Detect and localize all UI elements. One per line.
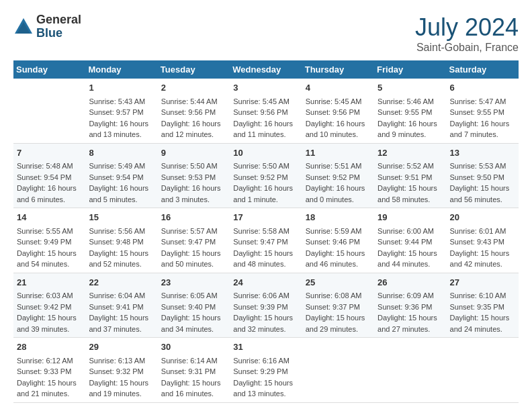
calendar-cell: 8Sunrise: 5:49 AMSunset: 9:54 PMDaylight… [85,143,157,208]
calendar-week-row: 1Sunrise: 5:43 AMSunset: 9:57 PMDaylight… [13,79,519,143]
calendar-cell: 16Sunrise: 5:57 AMSunset: 9:47 PMDayligh… [158,208,230,273]
cell-content: Sunrise: 5:49 AMSunset: 9:54 PMDaylight:… [89,161,154,205]
calendar-cell: 14Sunrise: 5:55 AMSunset: 9:49 PMDayligh… [13,208,85,273]
calendar-cell: 24Sunrise: 6:06 AMSunset: 9:39 PMDayligh… [230,273,302,338]
calendar-cell: 11Sunrise: 5:51 AMSunset: 9:52 PMDayligh… [302,143,374,208]
header-row: Sunday Monday Tuesday Wednesday Thursday… [13,60,519,79]
calendar-cell: 17Sunrise: 5:58 AMSunset: 9:47 PMDayligh… [230,208,302,273]
day-number: 2 [161,81,226,95]
calendar-cell: 22Sunrise: 6:04 AMSunset: 9:41 PMDayligh… [85,273,157,338]
cell-content: Sunrise: 5:52 AMSunset: 9:51 PMDaylight:… [378,161,443,205]
day-number: 26 [378,276,443,289]
col-friday: Friday [374,60,446,79]
cell-content: Sunrise: 6:14 AMSunset: 9:31 PMDaylight:… [161,355,226,400]
cell-content: Sunrise: 5:44 AMSunset: 9:56 PMDaylight:… [161,96,226,140]
day-number: 25 [306,276,371,289]
logo-text: General Blue [36,13,81,40]
calendar-cell [302,338,374,403]
calendar-cell: 6Sunrise: 5:47 AMSunset: 9:55 PMDaylight… [447,79,519,143]
cell-content: Sunrise: 6:13 AMSunset: 9:32 PMDaylight:… [89,355,154,400]
calendar-cell: 25Sunrise: 6:08 AMSunset: 9:37 PMDayligh… [302,273,374,338]
cell-content: Sunrise: 6:03 AMSunset: 9:42 PMDaylight:… [17,290,82,334]
col-thursday: Thursday [302,60,374,79]
calendar-week-row: 7Sunrise: 5:48 AMSunset: 9:54 PMDaylight… [13,143,519,208]
day-number: 30 [161,340,226,354]
day-number: 29 [89,340,154,354]
calendar-cell: 10Sunrise: 5:50 AMSunset: 9:52 PMDayligh… [230,143,302,208]
cell-content: Sunrise: 5:46 AMSunset: 9:55 PMDaylight:… [378,96,443,140]
day-number: 6 [450,81,515,95]
logo-blue-label: Blue [36,27,81,40]
cell-content: Sunrise: 5:53 AMSunset: 9:50 PMDaylight:… [450,161,515,205]
day-number: 4 [306,81,371,95]
day-number: 23 [161,276,226,289]
day-number: 17 [233,211,298,224]
day-number: 19 [378,211,443,224]
cell-content: Sunrise: 5:51 AMSunset: 9:52 PMDaylight:… [306,161,371,205]
day-number: 21 [17,276,82,289]
calendar-cell [447,338,519,403]
cell-content: Sunrise: 5:56 AMSunset: 9:48 PMDaylight:… [89,226,154,270]
cell-content: Sunrise: 5:57 AMSunset: 9:47 PMDaylight:… [161,226,226,270]
calendar-cell: 19Sunrise: 6:00 AMSunset: 9:44 PMDayligh… [374,208,446,273]
day-number: 5 [378,81,443,95]
day-number: 12 [378,146,443,160]
calendar-cell: 3Sunrise: 5:45 AMSunset: 9:56 PMDaylight… [230,79,302,143]
cell-content: Sunrise: 6:12 AMSunset: 9:33 PMDaylight:… [17,355,82,400]
col-tuesday: Tuesday [158,60,230,79]
calendar-header: Sunday Monday Tuesday Wednesday Thursday… [13,60,519,79]
day-number: 9 [161,146,226,160]
calendar-cell: 29Sunrise: 6:13 AMSunset: 9:32 PMDayligh… [85,338,157,403]
calendar-cell: 7Sunrise: 5:48 AMSunset: 9:54 PMDaylight… [13,143,85,208]
cell-content: Sunrise: 5:47 AMSunset: 9:55 PMDaylight:… [450,96,515,140]
cell-content: Sunrise: 6:05 AMSunset: 9:40 PMDaylight:… [161,290,226,334]
calendar-table: Sunday Monday Tuesday Wednesday Thursday… [13,60,519,403]
cell-content: Sunrise: 6:16 AMSunset: 9:29 PMDaylight:… [233,355,298,400]
col-sunday: Sunday [13,60,85,79]
cell-content: Sunrise: 5:50 AMSunset: 9:53 PMDaylight:… [161,161,226,205]
cell-content: Sunrise: 5:55 AMSunset: 9:49 PMDaylight:… [17,226,82,270]
col-monday: Monday [85,60,157,79]
title-block: July 2024 Saint-Gobain, France [415,13,519,54]
calendar-cell: 20Sunrise: 6:01 AMSunset: 9:43 PMDayligh… [447,208,519,273]
day-number: 24 [233,276,298,289]
day-number: 28 [17,340,82,354]
calendar-cell: 9Sunrise: 5:50 AMSunset: 9:53 PMDaylight… [158,143,230,208]
calendar-cell: 4Sunrise: 5:45 AMSunset: 9:56 PMDaylight… [302,79,374,143]
cell-content: Sunrise: 5:43 AMSunset: 9:57 PMDaylight:… [89,96,154,140]
cell-content: Sunrise: 5:59 AMSunset: 9:46 PMDaylight:… [306,226,371,270]
location-subtitle: Saint-Gobain, France [415,42,519,54]
cell-content: Sunrise: 6:01 AMSunset: 9:43 PMDaylight:… [450,226,515,270]
day-number: 7 [17,146,82,160]
day-number: 14 [17,211,82,224]
day-number: 22 [89,276,154,289]
day-number: 11 [306,146,371,160]
cell-content: Sunrise: 5:48 AMSunset: 9:54 PMDaylight:… [17,161,82,205]
calendar-cell: 27Sunrise: 6:10 AMSunset: 9:35 PMDayligh… [447,273,519,338]
cell-content: Sunrise: 6:06 AMSunset: 9:39 PMDaylight:… [233,290,298,334]
day-number: 27 [450,276,515,289]
day-number: 8 [89,146,154,160]
day-number: 1 [89,81,154,95]
col-wednesday: Wednesday [230,60,302,79]
calendar-cell: 26Sunrise: 6:09 AMSunset: 9:36 PMDayligh… [374,273,446,338]
day-number: 13 [450,146,515,160]
calendar-body: 1Sunrise: 5:43 AMSunset: 9:57 PMDaylight… [13,79,519,402]
logo-general-label: General [36,13,81,27]
calendar-cell: 31Sunrise: 6:16 AMSunset: 9:29 PMDayligh… [230,338,302,403]
calendar-cell: 2Sunrise: 5:44 AMSunset: 9:56 PMDaylight… [158,79,230,143]
cell-content: Sunrise: 5:45 AMSunset: 9:56 PMDaylight:… [233,96,298,140]
logo-icon [13,17,34,37]
day-number: 16 [161,211,226,224]
cell-content: Sunrise: 6:00 AMSunset: 9:44 PMDaylight:… [378,226,443,270]
calendar-cell: 12Sunrise: 5:52 AMSunset: 9:51 PMDayligh… [374,143,446,208]
cell-content: Sunrise: 6:08 AMSunset: 9:37 PMDaylight:… [306,290,371,334]
day-number: 10 [233,146,298,160]
calendar-cell: 30Sunrise: 6:14 AMSunset: 9:31 PMDayligh… [158,338,230,403]
cell-content: Sunrise: 6:09 AMSunset: 9:36 PMDaylight:… [378,290,443,334]
calendar-week-row: 28Sunrise: 6:12 AMSunset: 9:33 PMDayligh… [13,338,519,403]
month-year-title: July 2024 [415,13,519,42]
calendar-cell: 5Sunrise: 5:46 AMSunset: 9:55 PMDaylight… [374,79,446,143]
cell-content: Sunrise: 5:58 AMSunset: 9:47 PMDaylight:… [233,226,298,270]
day-number: 20 [450,211,515,224]
